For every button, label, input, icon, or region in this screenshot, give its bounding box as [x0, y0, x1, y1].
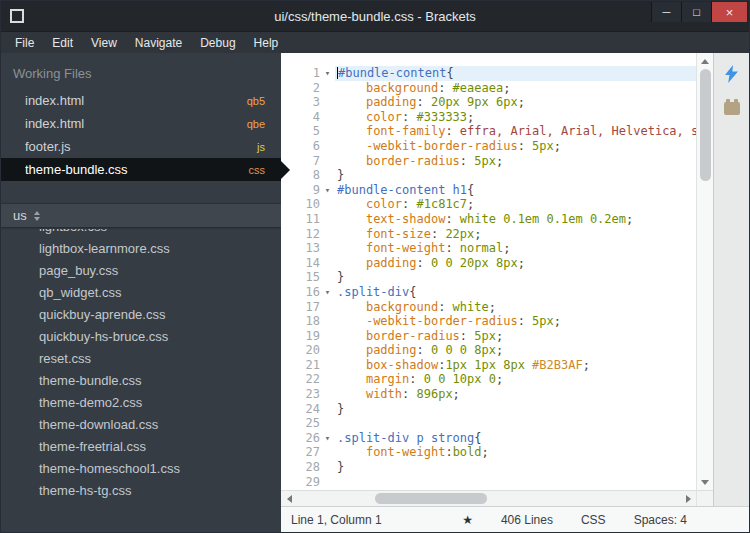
project-name: us [13, 208, 27, 223]
horizontal-scroll-thumb[interactable] [375, 493, 487, 504]
file-name: quickbuy-hs-bruce.css [39, 329, 168, 344]
line-number: 2 [281, 81, 335, 96]
code-line-20[interactable]: 20 padding: 0 0 0 8px; [281, 343, 696, 358]
brackets-window: ui/css/theme-bundle.css - Brackets ─ □ ×… [0, 0, 750, 533]
code-line-25[interactable]: 25 [281, 416, 696, 431]
project-dropdown[interactable]: us [1, 203, 281, 227]
code-line-9[interactable]: 9▾#bundle-content h1{ [281, 183, 696, 198]
code-line-27[interactable]: 27 font-weight:bold; [281, 445, 696, 460]
file-name: page_buy.css [39, 263, 118, 278]
horizontal-scrollbar[interactable] [281, 490, 696, 506]
line-number: 12 [281, 227, 335, 242]
code-line-3[interactable]: 3 padding: 20px 9px 6px; [281, 95, 696, 110]
line-number: 14 [281, 256, 335, 271]
fold-arrow-icon[interactable]: ▾ [320, 183, 335, 198]
code-line-23[interactable]: 23 width: 896px; [281, 387, 696, 402]
menu-item-navigate[interactable]: Navigate [126, 33, 191, 53]
code-line-22[interactable]: 22 margin: 0 0 10px 0; [281, 372, 696, 387]
indent-setting[interactable]: Spaces: 4 [634, 513, 687, 527]
tree-item[interactable]: theme-hs-tg.css [1, 480, 281, 502]
fold-arrow-icon[interactable]: ▾ [320, 431, 335, 446]
menu-bar: FileEditViewNavigateDebugHelp [1, 31, 749, 53]
language-mode[interactable]: CSS [581, 513, 606, 527]
code-line-4[interactable]: 4 color: #333333; [281, 110, 696, 125]
minimize-button[interactable]: ─ [651, 2, 681, 22]
code-editor[interactable]: 1▾#bundle-content{2 background: #eaeaea;… [281, 53, 696, 490]
code-line-24[interactable]: 24} [281, 402, 696, 417]
line-number: 21 [281, 358, 335, 373]
code-line-11[interactable]: 11 text-shadow: white 0.1em 0.1em 0.2em; [281, 212, 696, 227]
title-bar[interactable]: ui/css/theme-bundle.css - Brackets ─ □ × [1, 1, 749, 31]
line-number: 27 [281, 445, 335, 460]
fold-arrow-icon[interactable]: ▾ [320, 66, 335, 81]
maximize-button[interactable]: □ [681, 2, 711, 22]
tree-item[interactable]: lightbox-learnmore.css [1, 238, 281, 260]
working-files-header: Working Files [1, 53, 281, 89]
code-line-13[interactable]: 13 font-weight: normal; [281, 241, 696, 256]
file-name: quickbuy-aprende.css [39, 307, 165, 322]
code-line-18[interactable]: 18 -webkit-border-radius: 5px; [281, 314, 696, 329]
tree-item[interactable]: theme-download.css [1, 414, 281, 436]
tree-item-partial[interactable]: lightbox.css [1, 229, 281, 238]
code-line-1[interactable]: 1▾#bundle-content{ [281, 66, 696, 81]
scrollbar-corner [697, 490, 713, 506]
tree-item[interactable]: quickbuy-hs-bruce.css [1, 326, 281, 348]
menu-item-edit[interactable]: Edit [43, 33, 82, 53]
code-line-2[interactable]: 2 background: #eaeaea; [281, 81, 696, 96]
line-number: 10 [281, 197, 335, 212]
star-icon[interactable]: ★ [462, 513, 473, 527]
code-line-26[interactable]: 26▾.split-div p strong{ [281, 431, 696, 446]
scroll-up-arrow-icon[interactable] [697, 53, 713, 69]
code-line-12[interactable]: 12 font-size: 22px; [281, 227, 696, 242]
working-file[interactable]: index.htmlqbe [1, 112, 281, 135]
code-line-14[interactable]: 14 padding: 0 0 20px 8px; [281, 256, 696, 271]
file-extension-badge: qbe [247, 118, 265, 130]
code-line-17[interactable]: 17 background: white; [281, 300, 696, 315]
line-number: 24 [281, 402, 335, 417]
code-line-5[interactable]: 5 font-family: effra, Arial, Arial, Helv… [281, 124, 696, 139]
code-line-10[interactable]: 10 color: #1c81c7; [281, 197, 696, 212]
tree-item[interactable]: qb_widget.css [1, 282, 281, 304]
code-line-6[interactable]: 6 -webkit-border-radius: 5px; [281, 139, 696, 154]
file-name: lightbox-learnmore.css [39, 241, 170, 256]
tree-item[interactable]: page_buy.css [1, 260, 281, 282]
sidebar: Working Files index.htmlqb5index.htmlqbe… [1, 53, 281, 532]
scroll-down-arrow-icon[interactable] [697, 474, 713, 490]
working-file[interactable]: footer.jsjs [1, 135, 281, 158]
fold-arrow-icon[interactable]: ▾ [320, 285, 335, 300]
menu-item-file[interactable]: File [6, 33, 43, 53]
menu-item-debug[interactable]: Debug [191, 33, 244, 53]
tree-item[interactable]: quickbuy-aprende.css [1, 304, 281, 326]
code-line-29[interactable]: 29 [281, 475, 696, 490]
code-line-7[interactable]: 7 border-radius: 5px; [281, 154, 696, 169]
code-line-28[interactable]: 28} [281, 460, 696, 475]
editor-region: 1▾#bundle-content{2 background: #eaeaea;… [281, 53, 749, 532]
code-line-16[interactable]: 16▾.split-div{ [281, 285, 696, 300]
live-preview-icon[interactable] [725, 65, 738, 87]
scroll-right-arrow-icon[interactable] [680, 491, 696, 507]
tree-item[interactable]: theme-freetrial.css [1, 436, 281, 458]
tree-item[interactable]: theme-demo2.css [1, 392, 281, 414]
vertical-scroll-track[interactable] [697, 69, 713, 474]
code-line-19[interactable]: 19 border-radius: 5px; [281, 329, 696, 344]
menu-item-help[interactable]: Help [245, 33, 288, 53]
scroll-left-arrow-icon[interactable] [281, 491, 297, 507]
code-line-21[interactable]: 21 box-shadow:1px 1px 8px #B2B3AF; [281, 358, 696, 373]
working-file[interactable]: theme-bundle.csscss [1, 158, 281, 181]
tree-item[interactable]: theme-homeschool1.css [1, 458, 281, 480]
code-line-15[interactable]: 15} [281, 270, 696, 285]
menu-item-view[interactable]: View [82, 33, 126, 53]
code-line-8[interactable]: 8} [281, 168, 696, 183]
file-name: lightbox.css [39, 229, 281, 238]
file-name: theme-demo2.css [39, 395, 142, 410]
horizontal-scroll-track[interactable] [297, 491, 680, 507]
line-number: 23 [281, 387, 335, 402]
vertical-scrollbar[interactable] [696, 53, 713, 506]
tree-item[interactable]: reset.css [1, 348, 281, 370]
tree-item[interactable]: theme-bundle.css [1, 370, 281, 392]
vertical-scroll-thumb[interactable] [700, 69, 711, 181]
extension-manager-icon[interactable] [724, 102, 740, 115]
sort-toggle-icon [34, 211, 40, 221]
close-button[interactable]: × [711, 2, 747, 22]
working-file[interactable]: index.htmlqb5 [1, 89, 281, 112]
